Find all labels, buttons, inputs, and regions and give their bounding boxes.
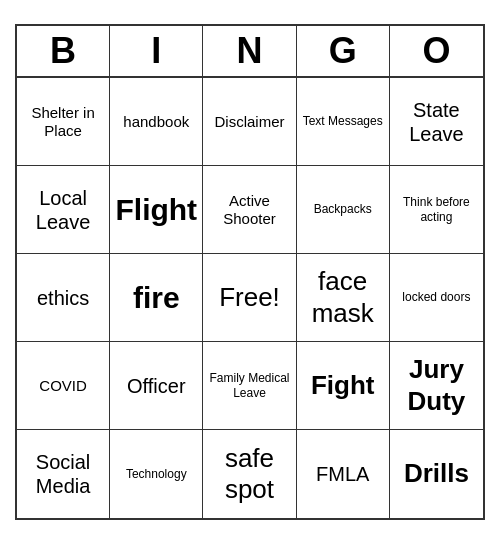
cell-text-2: Disclaimer (214, 113, 284, 131)
header-letter-g: G (297, 26, 390, 76)
bingo-cell-5: Local Leave (17, 166, 110, 254)
bingo-cell-7: Active Shooter (203, 166, 296, 254)
cell-text-13: face mask (301, 266, 385, 328)
cell-text-11: fire (133, 280, 180, 316)
cell-text-12: Free! (219, 282, 280, 313)
bingo-cell-12: Free! (203, 254, 296, 342)
bingo-cell-24: Drills (390, 430, 483, 518)
bingo-cell-14: locked doors (390, 254, 483, 342)
cell-text-18: Fight (311, 370, 375, 401)
cell-text-7: Active Shooter (207, 192, 291, 228)
bingo-cell-17: Family Medical Leave (203, 342, 296, 430)
bingo-cell-13: face mask (297, 254, 390, 342)
cell-text-14: locked doors (402, 290, 470, 304)
bingo-cell-0: Shelter in Place (17, 78, 110, 166)
cell-text-9: Think before acting (394, 195, 479, 224)
bingo-cell-21: Technology (110, 430, 203, 518)
bingo-cell-10: ethics (17, 254, 110, 342)
cell-text-5: Local Leave (21, 186, 105, 234)
cell-text-3: Text Messages (303, 114, 383, 128)
cell-text-19: Jury Duty (394, 354, 479, 416)
header-letter-n: N (203, 26, 296, 76)
bingo-cell-18: Fight (297, 342, 390, 430)
bingo-cell-23: FMLA (297, 430, 390, 518)
bingo-cell-19: Jury Duty (390, 342, 483, 430)
cell-text-0: Shelter in Place (21, 104, 105, 140)
cell-text-24: Drills (404, 458, 469, 489)
bingo-cell-3: Text Messages (297, 78, 390, 166)
cell-text-1: handbook (123, 113, 189, 131)
bingo-header: BINGO (17, 26, 483, 78)
cell-text-17: Family Medical Leave (207, 371, 291, 400)
bingo-cell-11: fire (110, 254, 203, 342)
header-letter-i: I (110, 26, 203, 76)
bingo-cell-22: safe spot (203, 430, 296, 518)
cell-text-10: ethics (37, 286, 89, 310)
bingo-cell-1: handbook (110, 78, 203, 166)
bingo-cell-16: Officer (110, 342, 203, 430)
cell-text-20: Social Media (21, 450, 105, 498)
bingo-cell-20: Social Media (17, 430, 110, 518)
bingo-card: BINGO Shelter in PlacehandbookDisclaimer… (15, 24, 485, 520)
cell-text-6: Flight (115, 192, 197, 228)
bingo-grid: Shelter in PlacehandbookDisclaimerText M… (17, 78, 483, 518)
bingo-cell-9: Think before acting (390, 166, 483, 254)
bingo-cell-4: State Leave (390, 78, 483, 166)
cell-text-15: COVID (39, 377, 87, 395)
cell-text-23: FMLA (316, 462, 369, 486)
cell-text-22: safe spot (207, 443, 291, 505)
cell-text-16: Officer (127, 374, 186, 398)
cell-text-21: Technology (126, 467, 187, 481)
cell-text-4: State Leave (394, 98, 479, 146)
bingo-cell-15: COVID (17, 342, 110, 430)
bingo-cell-2: Disclaimer (203, 78, 296, 166)
bingo-cell-6: Flight (110, 166, 203, 254)
bingo-cell-8: Backpacks (297, 166, 390, 254)
header-letter-o: O (390, 26, 483, 76)
cell-text-8: Backpacks (314, 202, 372, 216)
header-letter-b: B (17, 26, 110, 76)
